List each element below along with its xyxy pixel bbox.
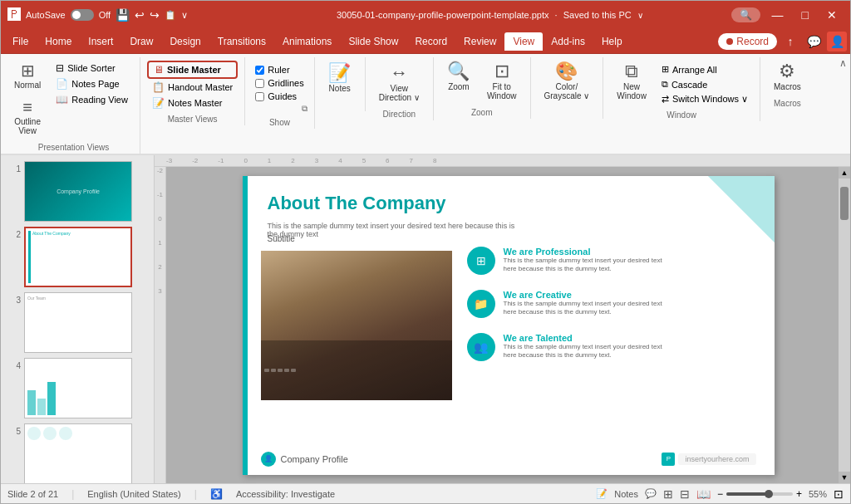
slide-features-panel: ⊞ We are Professional This is the sample… [467,247,766,376]
scroll-down-button[interactable]: ▼ [839,472,850,483]
slide-image-1[interactable]: Company Profile [24,161,132,222]
direction-label: ViewDirection ∨ [379,84,420,102]
redo-icon[interactable]: ↪ [150,8,160,22]
slide-image-3[interactable]: Our Team [24,292,132,353]
slide-thumb-4[interactable]: 4 [1,355,154,421]
fit-to-window-button[interactable]: ⊡ Fit toWindow [480,57,524,104]
slide-master-icon: 🖥 [154,64,164,76]
slide-viewport[interactable]: About The Company This is the sample dum… [166,167,850,483]
profile-icon[interactable]: 👤 [827,32,847,51]
slide-subtitle2[interactable]: Subtitle [268,234,295,243]
menu-record[interactable]: Record [406,32,455,51]
zoom-percent[interactable]: 55% [809,489,827,499]
slide-thumb-5[interactable]: 5 [1,421,154,483]
slide-master-button[interactable]: 🖥 Slide Master [147,61,238,79]
reading-view-icon: 📖 [56,94,68,105]
save-icon[interactable]: 💾 [116,8,130,22]
close-button[interactable]: ✕ [820,7,844,23]
notes-master-button[interactable]: 📝 Notes Master [147,95,238,110]
ribbon-group-color: 🎨 Color/Grayscale ∨ [531,57,604,119]
color-grayscale-button[interactable]: 🎨 Color/Grayscale ∨ [538,57,597,104]
comments-icon[interactable]: 💬 [804,32,824,51]
vertical-scrollbar[interactable]: ▲ ▼ [839,167,850,483]
zoom-out-icon[interactable]: − [717,488,723,500]
slide-image-4[interactable] [24,358,132,418]
footer-company: 👤 Company Profile [261,452,348,467]
maximize-button[interactable]: □ [795,7,815,23]
menu-design[interactable]: Design [161,32,209,51]
menu-help[interactable]: Help [593,32,631,51]
menu-file[interactable]: File [4,32,37,51]
autosave-toggle[interactable] [71,9,94,21]
notes-button[interactable]: 📝 Notes [322,57,358,96]
normal-view-button[interactable]: ⊞ Normal [7,57,47,93]
zoom-button[interactable]: 🔍 Zoom [440,57,477,104]
undo-icon[interactable]: ↩ [135,8,145,22]
guides-checkbox[interactable]: Guides [252,91,307,102]
ruler-checkbox[interactable]: Ruler [252,64,307,76]
slide-sorter-button[interactable]: ⊟ Slide Sorter [51,61,133,76]
macros-label: Macros [774,82,801,91]
menu-transitions[interactable]: Transitions [209,32,274,51]
macros-button[interactable]: ⚙ Macros [767,57,808,95]
ribbon-expand-icon[interactable]: ∧ [839,57,847,69]
zoom-in-icon[interactable]: + [796,488,802,500]
notes-status-label[interactable]: Notes [614,489,638,499]
fit-screen-icon[interactable]: ⊡ [834,487,844,501]
reading-view-button[interactable]: 📖 Reading View [51,92,133,107]
menu-addins[interactable]: Add-ins [543,32,593,51]
view-sorter-status[interactable]: ⊟ [680,487,690,501]
slide-title[interactable]: About The Company [268,193,446,214]
handout-master-icon: 📋 [152,81,165,93]
slide-image-2[interactable]: About The Company [24,227,132,287]
slide-thumb-2[interactable]: 2 About The Company [1,224,154,290]
record-button[interactable]: Record [718,33,777,50]
menu-home[interactable]: Home [37,32,80,51]
view-reading-status[interactable]: 📖 [696,487,711,501]
menu-draw[interactable]: Draw [121,32,161,51]
show-expand-icon[interactable]: ⧉ [302,104,307,114]
titlebar-title: 30050-01-company-profile-powerpoint-temp… [248,10,730,20]
minimize-button[interactable]: — [765,7,790,23]
fit-window-icon: ⊡ [494,61,509,82]
customize-icon[interactable]: 📋 [165,10,176,21]
cascade-button[interactable]: ⧉ Cascade [657,77,753,91]
menu-review[interactable]: Review [455,32,504,51]
view-direction-button[interactable]: ↔ ViewDirection ∨ [372,57,426,105]
slide-thumb-3[interactable]: 3 Our Team [1,290,154,355]
slide-subtitle[interactable]: This is the sample dummy text insert you… [268,222,517,238]
menu-view[interactable]: View [504,32,543,51]
arrange-all-button[interactable]: ⊞ Arrange All [657,62,753,76]
menu-animations[interactable]: Animations [274,32,340,51]
notes-page-label: Notes Page [71,79,119,89]
menu-slideshow[interactable]: Slide Show [340,32,406,51]
slide-sorter-icon: ⊟ [56,62,64,74]
color-icon: 🎨 [555,61,578,82]
notes-page-button[interactable]: 📄 Notes Page [51,76,133,91]
handout-master-button[interactable]: 📋 Handout Master [147,80,238,95]
switch-windows-button[interactable]: ⇄ Switch Windows ∨ [657,92,753,106]
outline-view-button[interactable]: ≡ OutlineView [7,95,47,139]
view-normal-status[interactable]: ⊞ [663,487,673,501]
direction-icon: ↔ [390,62,408,84]
ruler-check-input[interactable] [255,66,264,75]
menu-insert[interactable]: Insert [80,32,121,51]
search-box[interactable]: 🔍 [731,7,760,22]
footer-url[interactable]: insertyourhere.com [678,453,755,465]
zoom-handle[interactable] [765,490,773,498]
slide-image-5[interactable] [24,423,132,483]
accessibility-info[interactable]: Accessibility: Investigate [236,489,335,499]
slide-thumb-1[interactable]: 1 Company Profile [1,159,154,224]
app-window: 🅿 AutoSave Off 💾 ↩ ↪ 📋 ∨ 30050-01-compan… [0,0,851,504]
zoom-track[interactable] [726,492,793,496]
new-window-button[interactable]: ⧉ NewWindow [610,57,653,106]
more-icon[interactable]: ∨ [181,10,188,21]
slide-sorter-label: Slide Sorter [67,63,115,73]
guides-check-input[interactable] [255,92,264,101]
slide-footer: 👤 Company Profile P insertyourhere.com [261,452,756,467]
gridlines-check-input[interactable] [255,79,264,88]
gridlines-checkbox[interactable]: Gridlines [252,77,307,89]
share-icon[interactable]: ↑ [780,32,800,51]
statusbar: Slide 2 of 21 | English (United States) … [1,483,850,503]
scroll-up-button[interactable]: ▲ [839,167,850,179]
